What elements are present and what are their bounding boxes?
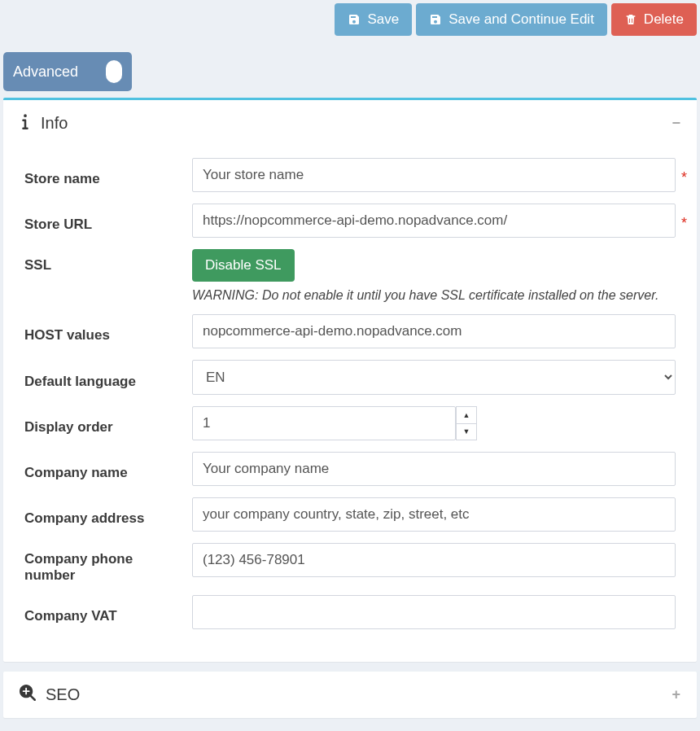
company-vat-label: Company VAT bbox=[24, 600, 181, 624]
advanced-toggle[interactable]: Advanced bbox=[3, 52, 132, 91]
info-panel-header[interactable]: Info − bbox=[3, 100, 697, 147]
action-toolbar: Save Save and Continue Edit Delete bbox=[0, 0, 700, 52]
disable-ssl-button[interactable]: Disable SSL bbox=[192, 249, 295, 282]
save-label: Save bbox=[367, 11, 399, 28]
minus-icon: − bbox=[672, 115, 680, 132]
info-panel-title: Info bbox=[41, 114, 68, 133]
toggle-switch-icon bbox=[106, 60, 122, 83]
company-address-input[interactable] bbox=[192, 497, 676, 532]
display-order-input[interactable] bbox=[192, 406, 456, 440]
trash-icon bbox=[624, 13, 637, 26]
seo-panel: SEO + bbox=[3, 672, 697, 718]
host-values-input[interactable] bbox=[192, 314, 676, 348]
save-continue-button[interactable]: Save and Continue Edit bbox=[416, 3, 607, 36]
spinner-up-button[interactable]: ▲ bbox=[457, 407, 476, 424]
default-language-label: Default language bbox=[24, 366, 181, 390]
store-url-label: Store URL bbox=[24, 208, 181, 233]
delete-button[interactable]: Delete bbox=[611, 3, 697, 36]
save-continue-label: Save and Continue Edit bbox=[448, 11, 594, 28]
ssl-warning: WARNING: Do not enable it until you have… bbox=[192, 288, 676, 303]
company-vat-input[interactable] bbox=[192, 595, 676, 629]
store-name-label: Store name bbox=[24, 163, 181, 187]
plus-icon: + bbox=[672, 686, 680, 703]
info-panel-body: Store name * Store URL * SSL Disable SSL… bbox=[3, 147, 697, 662]
spinner-down-button[interactable]: ▼ bbox=[457, 424, 476, 440]
store-url-input[interactable] bbox=[192, 204, 676, 238]
save-button[interactable]: Save bbox=[335, 3, 412, 36]
required-icon: * bbox=[681, 169, 687, 186]
ssl-label: SSL bbox=[24, 249, 181, 274]
save-icon bbox=[348, 13, 361, 26]
company-name-label: Company name bbox=[24, 457, 181, 481]
company-phone-label: Company phone number bbox=[24, 543, 181, 584]
save-icon bbox=[429, 13, 442, 26]
seo-panel-header[interactable]: SEO + bbox=[3, 672, 697, 718]
advanced-label: Advanced bbox=[13, 63, 78, 81]
company-name-input[interactable] bbox=[192, 452, 676, 486]
info-panel: Info − Store name * Store URL * SSL Disa… bbox=[3, 98, 697, 662]
seo-panel-title: SEO bbox=[46, 685, 80, 704]
company-phone-input[interactable] bbox=[192, 543, 676, 577]
required-icon: * bbox=[681, 215, 687, 232]
display-order-label: Display order bbox=[24, 411, 181, 436]
info-icon bbox=[20, 113, 31, 134]
delete-label: Delete bbox=[644, 11, 684, 28]
store-name-input[interactable] bbox=[192, 158, 676, 192]
default-language-select[interactable]: EN bbox=[192, 360, 676, 395]
search-plus-icon bbox=[20, 685, 36, 705]
host-values-label: HOST values bbox=[24, 319, 181, 344]
company-address-label: Company address bbox=[24, 502, 181, 527]
